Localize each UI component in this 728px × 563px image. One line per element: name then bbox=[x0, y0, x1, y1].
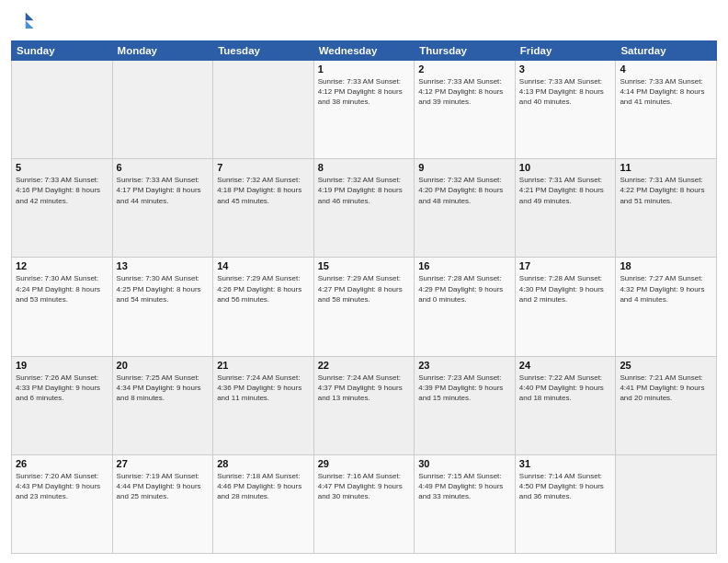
calendar-header: SundayMondayTuesdayWednesdayThursdayFrid… bbox=[12, 41, 717, 61]
day-info: Sunrise: 7:33 AM Sunset: 4:16 PM Dayligh… bbox=[16, 175, 108, 206]
day-number: 17 bbox=[519, 260, 612, 271]
week-row-4: 26Sunrise: 7:20 AM Sunset: 4:43 PM Dayli… bbox=[12, 454, 717, 553]
day-cell: 29Sunrise: 7:16 AM Sunset: 4:47 PM Dayli… bbox=[313, 454, 415, 553]
svg-marker-1 bbox=[26, 13, 34, 21]
day-info: Sunrise: 7:21 AM Sunset: 4:41 PM Dayligh… bbox=[620, 373, 712, 404]
week-row-1: 5Sunrise: 7:33 AM Sunset: 4:16 PM Daylig… bbox=[12, 159, 717, 258]
day-number: 20 bbox=[117, 360, 210, 371]
day-cell bbox=[12, 61, 113, 159]
day-number: 2 bbox=[418, 63, 511, 75]
header-cell-tuesday: Tuesday bbox=[213, 41, 314, 61]
day-cell: 11Sunrise: 7:31 AM Sunset: 4:22 PM Dayli… bbox=[616, 159, 717, 258]
day-number: 14 bbox=[217, 260, 310, 271]
day-number: 11 bbox=[620, 162, 712, 173]
day-info: Sunrise: 7:33 AM Sunset: 4:12 PM Dayligh… bbox=[318, 76, 411, 108]
day-info: Sunrise: 7:24 AM Sunset: 4:36 PM Dayligh… bbox=[217, 373, 310, 404]
day-number: 13 bbox=[117, 260, 210, 271]
day-cell: 21Sunrise: 7:24 AM Sunset: 4:36 PM Dayli… bbox=[213, 356, 314, 454]
day-info: Sunrise: 7:19 AM Sunset: 4:44 PM Dayligh… bbox=[117, 471, 210, 502]
day-number: 31 bbox=[519, 458, 612, 469]
day-info: Sunrise: 7:22 AM Sunset: 4:40 PM Dayligh… bbox=[519, 373, 612, 404]
header-cell-friday: Friday bbox=[515, 41, 616, 61]
day-number: 19 bbox=[16, 360, 108, 371]
day-number: 30 bbox=[418, 458, 511, 469]
header-cell-thursday: Thursday bbox=[415, 41, 516, 61]
day-info: Sunrise: 7:26 AM Sunset: 4:33 PM Dayligh… bbox=[16, 373, 108, 404]
day-number: 5 bbox=[16, 162, 108, 173]
day-number: 24 bbox=[519, 360, 612, 371]
day-cell: 16Sunrise: 7:28 AM Sunset: 4:29 PM Dayli… bbox=[415, 258, 516, 356]
day-info: Sunrise: 7:33 AM Sunset: 4:13 PM Dayligh… bbox=[519, 76, 612, 108]
day-cell: 3Sunrise: 7:33 AM Sunset: 4:13 PM Daylig… bbox=[515, 61, 616, 159]
day-number: 7 bbox=[217, 162, 310, 173]
day-info: Sunrise: 7:20 AM Sunset: 4:43 PM Dayligh… bbox=[16, 471, 108, 502]
logo-icon bbox=[11, 9, 37, 35]
day-number: 27 bbox=[117, 458, 210, 469]
week-row-0: 1Sunrise: 7:33 AM Sunset: 4:12 PM Daylig… bbox=[12, 61, 717, 159]
day-number: 8 bbox=[318, 162, 411, 173]
day-number: 9 bbox=[418, 162, 511, 173]
day-number: 23 bbox=[418, 360, 511, 371]
header-cell-sunday: Sunday bbox=[12, 41, 113, 61]
day-info: Sunrise: 7:33 AM Sunset: 4:17 PM Dayligh… bbox=[117, 175, 210, 206]
day-info: Sunrise: 7:33 AM Sunset: 4:14 PM Dayligh… bbox=[620, 76, 712, 108]
day-number: 4 bbox=[620, 63, 712, 75]
day-cell: 17Sunrise: 7:28 AM Sunset: 4:30 PM Dayli… bbox=[515, 258, 616, 356]
day-info: Sunrise: 7:24 AM Sunset: 4:37 PM Dayligh… bbox=[318, 373, 411, 404]
day-info: Sunrise: 7:29 AM Sunset: 4:26 PM Dayligh… bbox=[217, 273, 310, 304]
day-number: 3 bbox=[519, 63, 612, 75]
day-cell: 6Sunrise: 7:33 AM Sunset: 4:17 PM Daylig… bbox=[112, 159, 213, 258]
day-number: 16 bbox=[418, 260, 511, 271]
day-info: Sunrise: 7:29 AM Sunset: 4:27 PM Dayligh… bbox=[318, 273, 411, 304]
day-number: 6 bbox=[117, 162, 210, 173]
header bbox=[11, 9, 717, 35]
day-cell: 14Sunrise: 7:29 AM Sunset: 4:26 PM Dayli… bbox=[213, 258, 314, 356]
calendar-body: 1Sunrise: 7:33 AM Sunset: 4:12 PM Daylig… bbox=[12, 61, 717, 554]
day-cell: 18Sunrise: 7:27 AM Sunset: 4:32 PM Dayli… bbox=[616, 258, 717, 356]
day-cell: 2Sunrise: 7:33 AM Sunset: 4:12 PM Daylig… bbox=[415, 61, 516, 159]
day-info: Sunrise: 7:18 AM Sunset: 4:46 PM Dayligh… bbox=[217, 471, 310, 502]
day-number: 12 bbox=[16, 260, 108, 271]
day-cell: 24Sunrise: 7:22 AM Sunset: 4:40 PM Dayli… bbox=[515, 356, 616, 454]
day-info: Sunrise: 7:32 AM Sunset: 4:20 PM Dayligh… bbox=[418, 175, 511, 206]
day-number: 1 bbox=[318, 63, 411, 75]
day-cell: 9Sunrise: 7:32 AM Sunset: 4:20 PM Daylig… bbox=[415, 159, 516, 258]
day-cell: 30Sunrise: 7:15 AM Sunset: 4:49 PM Dayli… bbox=[415, 454, 516, 553]
week-row-3: 19Sunrise: 7:26 AM Sunset: 4:33 PM Dayli… bbox=[12, 356, 717, 454]
day-number: 22 bbox=[318, 360, 411, 371]
day-info: Sunrise: 7:23 AM Sunset: 4:39 PM Dayligh… bbox=[418, 373, 511, 404]
day-info: Sunrise: 7:31 AM Sunset: 4:22 PM Dayligh… bbox=[620, 175, 712, 206]
day-number: 29 bbox=[318, 458, 411, 469]
day-number: 10 bbox=[519, 162, 612, 173]
day-cell: 26Sunrise: 7:20 AM Sunset: 4:43 PM Dayli… bbox=[12, 454, 113, 553]
day-cell: 27Sunrise: 7:19 AM Sunset: 4:44 PM Dayli… bbox=[112, 454, 213, 553]
day-cell: 8Sunrise: 7:32 AM Sunset: 4:19 PM Daylig… bbox=[313, 159, 415, 258]
day-info: Sunrise: 7:30 AM Sunset: 4:24 PM Dayligh… bbox=[16, 273, 108, 304]
day-number: 18 bbox=[620, 260, 712, 271]
day-cell: 10Sunrise: 7:31 AM Sunset: 4:21 PM Dayli… bbox=[515, 159, 616, 258]
day-cell bbox=[616, 454, 717, 553]
day-number: 21 bbox=[217, 360, 310, 371]
day-info: Sunrise: 7:16 AM Sunset: 4:47 PM Dayligh… bbox=[318, 471, 411, 502]
day-info: Sunrise: 7:32 AM Sunset: 4:19 PM Dayligh… bbox=[318, 175, 411, 206]
day-number: 25 bbox=[620, 360, 712, 371]
week-row-2: 12Sunrise: 7:30 AM Sunset: 4:24 PM Dayli… bbox=[12, 258, 717, 356]
logo bbox=[11, 9, 40, 35]
day-cell: 7Sunrise: 7:32 AM Sunset: 4:18 PM Daylig… bbox=[213, 159, 314, 258]
calendar-table: SundayMondayTuesdayWednesdayThursdayFrid… bbox=[11, 40, 717, 554]
day-info: Sunrise: 7:14 AM Sunset: 4:50 PM Dayligh… bbox=[519, 471, 612, 502]
day-cell bbox=[213, 61, 314, 159]
day-cell: 5Sunrise: 7:33 AM Sunset: 4:16 PM Daylig… bbox=[12, 159, 113, 258]
svg-marker-2 bbox=[26, 20, 34, 29]
day-info: Sunrise: 7:33 AM Sunset: 4:12 PM Dayligh… bbox=[418, 76, 511, 108]
day-cell: 20Sunrise: 7:25 AM Sunset: 4:34 PM Dayli… bbox=[112, 356, 213, 454]
header-cell-wednesday: Wednesday bbox=[313, 41, 415, 61]
day-cell: 12Sunrise: 7:30 AM Sunset: 4:24 PM Dayli… bbox=[12, 258, 113, 356]
header-cell-monday: Monday bbox=[112, 41, 213, 61]
day-number: 26 bbox=[16, 458, 108, 469]
header-row: SundayMondayTuesdayWednesdayThursdayFrid… bbox=[12, 41, 717, 61]
day-info: Sunrise: 7:30 AM Sunset: 4:25 PM Dayligh… bbox=[117, 273, 210, 304]
day-number: 28 bbox=[217, 458, 310, 469]
day-cell: 19Sunrise: 7:26 AM Sunset: 4:33 PM Dayli… bbox=[12, 356, 113, 454]
header-cell-saturday: Saturday bbox=[616, 41, 717, 61]
